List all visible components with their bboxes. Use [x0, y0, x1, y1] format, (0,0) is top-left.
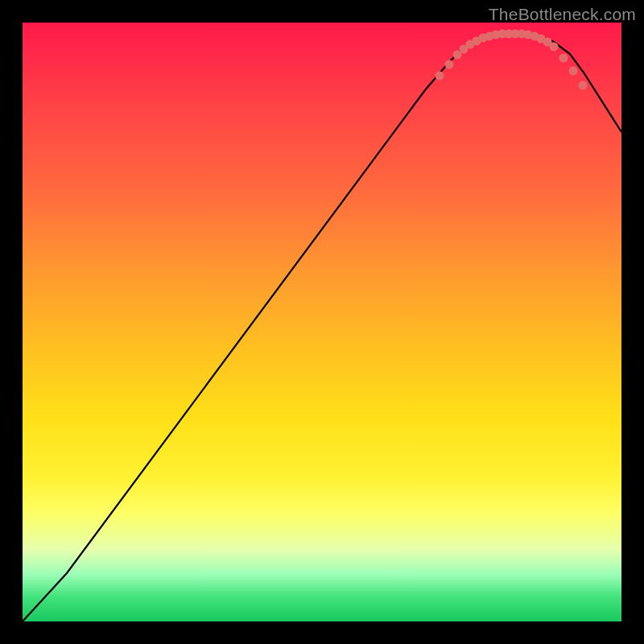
- bottleneck-curve: [23, 34, 621, 621]
- curve-marker: [550, 43, 559, 52]
- chart-stage: TheBottleneck.com: [0, 0, 644, 644]
- curve-marker: [579, 81, 588, 90]
- plot-area: [23, 23, 621, 621]
- curve-marker: [445, 60, 454, 69]
- watermark-text: TheBottleneck.com: [489, 5, 636, 24]
- curve-marker: [559, 54, 568, 63]
- curve-marker: [436, 72, 444, 80]
- curve-marker: [569, 67, 578, 76]
- curve-layer: [23, 23, 621, 621]
- marker-group: [436, 30, 588, 90]
